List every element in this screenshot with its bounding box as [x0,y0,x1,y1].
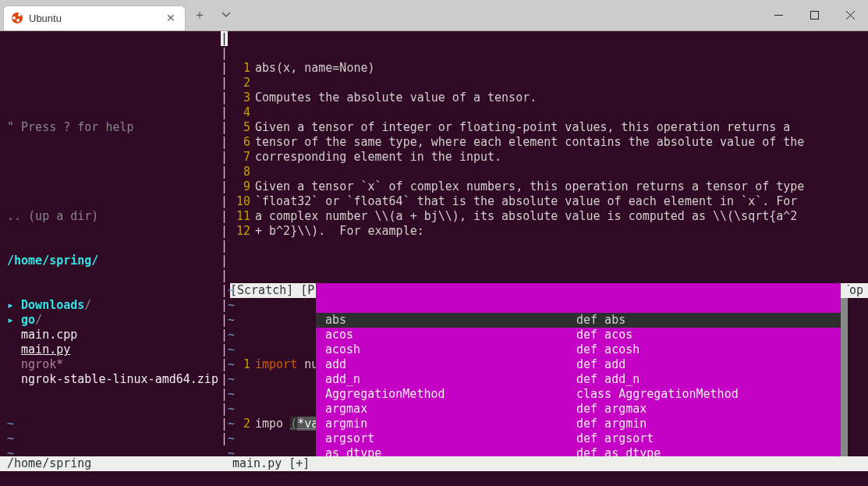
command-message-line: -- Omni completion (^O^N^P) match 1 of 3… [0,471,868,486]
up-dir[interactable]: .. (up a dir) [7,209,221,224]
preview-line: 10`float32` or `float64` that is the abs… [230,194,868,209]
tree-item[interactable]: main.cpp [7,328,221,342]
left-buffer-name: /home/spring [0,456,91,471]
tab-title: Ubuntu [29,12,62,24]
window-titlebar: Ubuntu ✕ ＋ [0,0,868,31]
vertical-split-divider[interactable]: | | | | | | | | | | | | | | | | | | | | … [221,31,228,446]
completion-item[interactable]: adddef add [316,357,848,372]
bottom-statusline: /home/spring main.py [+] [0,456,868,471]
doc-preview[interactable]: 1abs(x, name=None)23Computes the absolut… [230,61,868,239]
completion-popup[interactable]: absdef absacosdef acosacoshdef acoshaddd… [316,283,848,486]
preview-line: 2 [230,76,868,90]
tree-item[interactable]: ngrok-stable-linux-amd64.zip [7,372,221,387]
completion-item[interactable]: argmindef argmin [316,417,848,431]
completion-item[interactable]: argmaxdef argmax [316,402,848,417]
window-controls [760,0,868,30]
preview-line: 11a complex number \\(a + bj\\), its abs… [230,209,868,224]
preview-line: 5Given a tensor of integer or floating-p… [230,120,868,135]
tab-dropdown-icon[interactable] [214,9,239,23]
preview-line: 9Given a tensor `x` of complex numbers, … [230,179,868,194]
maximize-button[interactable] [796,0,832,30]
preview-line: 6tensor of the same type, where each ele… [230,135,868,150]
help-hint: " Press ? for help [7,120,221,135]
tree-item[interactable]: main.py [7,342,221,357]
preview-line: 8 [230,165,868,179]
popup-scrollbar-thumb[interactable] [841,283,848,298]
completion-item[interactable]: argsortdef argsort [316,431,848,446]
tree-item[interactable]: ngrok* [7,357,221,372]
file-tree-panel[interactable]: " Press ? for help .. (up a dir) /home/s… [0,90,221,486]
ubuntu-icon [12,12,23,23]
terminal-body[interactable]: " Press ? for help .. (up a dir) /home/s… [0,31,868,486]
new-tab-button[interactable]: ＋ [186,7,214,23]
tilde-filler-mid: ~ ~ ~ ~ ~ ~ ~ ~ ~ ~ ~ ~ [228,283,235,461]
right-buffer-name: main.py [+] [232,456,310,471]
completion-item[interactable]: add_ndef add_n [316,372,848,387]
preview-line: 4 [230,105,868,120]
tree-item[interactable]: ▸ Downloads/ [7,298,221,313]
preview-line: 3Computes the absolute value of a tensor… [230,90,868,105]
preview-line: 7corresponding element in the input. [230,150,868,165]
completion-item[interactable]: acoshdef acosh [316,342,848,357]
preview-line: 1abs(x, name=None) [230,61,868,76]
preview-line: 12+ b^2}\\). For example: [230,224,868,239]
close-window-button[interactable] [832,0,868,30]
cwd-path[interactable]: /home/spring/ [7,254,221,268]
close-tab-icon[interactable]: ✕ [163,12,179,24]
completion-item[interactable]: acosdef acos [316,328,848,342]
minimize-button[interactable] [760,0,796,30]
completion-item[interactable]: AggregationMethodclass AggregationMethod [316,387,848,402]
svg-rect-0 [810,11,818,19]
terminal-tab[interactable]: Ubuntu ✕ [3,5,186,30]
completion-item[interactable]: absdef abs [316,313,848,328]
tree-item[interactable]: ▸ go/ [7,313,221,328]
